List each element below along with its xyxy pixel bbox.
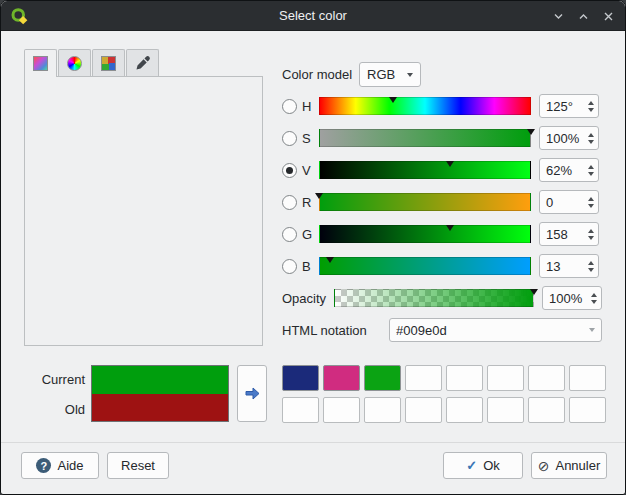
saturation-slider[interactable] bbox=[319, 129, 531, 147]
color-model-dropdown[interactable]: RGB bbox=[359, 62, 421, 87]
swatch-cell[interactable] bbox=[282, 365, 319, 391]
spin-up-icon[interactable] bbox=[591, 293, 597, 297]
swatch-cell[interactable] bbox=[323, 365, 360, 391]
swatch-cell[interactable] bbox=[487, 365, 524, 391]
red-spinbox[interactable]: 0 bbox=[539, 190, 599, 214]
red-handle[interactable] bbox=[315, 193, 323, 199]
html-notation-field[interactable] bbox=[389, 318, 602, 342]
spin-up-icon[interactable] bbox=[588, 101, 594, 105]
spin-down-icon[interactable] bbox=[588, 204, 594, 208]
hue-handle[interactable] bbox=[389, 97, 397, 103]
html-notation-input[interactable] bbox=[396, 323, 589, 338]
footer-separator bbox=[1, 442, 625, 443]
swatch-cell[interactable] bbox=[364, 397, 401, 423]
spin-down-icon[interactable] bbox=[588, 236, 594, 240]
saturation-spinbox[interactable]: 100% bbox=[539, 126, 599, 150]
cancel-button[interactable]: ⊘ Annuler bbox=[531, 452, 607, 479]
opacity-label: Opacity bbox=[282, 291, 326, 306]
value-track bbox=[319, 161, 531, 179]
ok-button[interactable]: ✓ Ok bbox=[443, 452, 523, 479]
hue-radio[interactable] bbox=[282, 99, 297, 114]
spin-down-icon[interactable] bbox=[588, 108, 594, 112]
swatch-cell[interactable] bbox=[405, 397, 442, 423]
select-color-dialog: Select color bbox=[0, 0, 626, 495]
tab-color-sampler[interactable] bbox=[126, 49, 159, 76]
green-radio[interactable] bbox=[282, 227, 297, 242]
spin-down-icon[interactable] bbox=[588, 172, 594, 176]
blue-radio[interactable] bbox=[282, 259, 297, 274]
red-label: R bbox=[302, 195, 314, 210]
picker-tabs bbox=[24, 49, 160, 77]
chevron-down-icon bbox=[407, 73, 413, 77]
red-radio[interactable] bbox=[282, 195, 297, 210]
hue-slider[interactable] bbox=[319, 97, 531, 115]
swatch-cell[interactable] bbox=[364, 365, 401, 391]
maximize-icon[interactable] bbox=[576, 9, 590, 23]
cancel-button-label: Annuler bbox=[555, 458, 600, 473]
tab-color-wheel[interactable] bbox=[58, 49, 91, 76]
value-spinbox[interactable]: 62% bbox=[539, 158, 599, 182]
blue-slider[interactable] bbox=[319, 257, 531, 275]
color-controls: Color model RGB H 125° S bbox=[282, 62, 602, 350]
old-label: Old bbox=[1, 402, 85, 417]
swatch-cell[interactable] bbox=[405, 365, 442, 391]
swatch-cell[interactable] bbox=[569, 365, 606, 391]
value-slider[interactable] bbox=[319, 161, 531, 179]
ok-button-label: Ok bbox=[483, 458, 500, 473]
help-button-label: Aide bbox=[57, 458, 83, 473]
spin-up-icon[interactable] bbox=[588, 229, 594, 233]
blue-label: B bbox=[302, 259, 314, 274]
swatch-cell[interactable] bbox=[528, 365, 565, 391]
blue-spinbox[interactable]: 13 bbox=[539, 254, 599, 278]
html-menu-icon[interactable] bbox=[589, 328, 595, 332]
add-to-swatches-button[interactable] bbox=[237, 365, 267, 422]
reset-button[interactable]: Reset bbox=[107, 452, 169, 479]
value-radio[interactable] bbox=[282, 163, 297, 178]
spin-down-icon[interactable] bbox=[588, 140, 594, 144]
color-wheel-icon bbox=[67, 56, 82, 71]
saturation-radio[interactable] bbox=[282, 131, 297, 146]
swatch-cell[interactable] bbox=[323, 397, 360, 423]
channel-row-v: V 62% bbox=[282, 158, 602, 182]
spin-up-icon[interactable] bbox=[588, 165, 594, 169]
swatch-cell[interactable] bbox=[282, 397, 319, 423]
tab-color-box[interactable] bbox=[24, 49, 57, 77]
opacity-handle[interactable] bbox=[530, 289, 538, 295]
spin-down-icon[interactable] bbox=[591, 300, 597, 304]
spin-down-icon[interactable] bbox=[588, 268, 594, 272]
value-label: V bbox=[302, 163, 314, 178]
swatch-cell[interactable] bbox=[569, 397, 606, 423]
cancel-icon: ⊘ bbox=[538, 458, 550, 474]
red-track bbox=[319, 193, 531, 211]
swatch-cell[interactable] bbox=[487, 397, 524, 423]
html-notation-row: HTML notation bbox=[282, 318, 602, 342]
green-handle[interactable] bbox=[446, 225, 454, 231]
opacity-spinbox[interactable]: 100% bbox=[542, 286, 602, 310]
hue-spinbox[interactable]: 125° bbox=[539, 94, 599, 118]
color-box-pane bbox=[24, 76, 263, 346]
roll-down-icon[interactable] bbox=[551, 9, 565, 23]
blue-handle[interactable] bbox=[326, 257, 334, 263]
swatch-cell[interactable] bbox=[528, 397, 565, 423]
color-model-label: Color model bbox=[282, 67, 359, 82]
opacity-slider[interactable] bbox=[334, 289, 534, 307]
green-value: 158 bbox=[540, 227, 584, 242]
spin-up-icon[interactable] bbox=[588, 197, 594, 201]
spin-up-icon[interactable] bbox=[588, 261, 594, 265]
value-handle[interactable] bbox=[446, 161, 454, 167]
swatch-cell[interactable] bbox=[446, 365, 483, 391]
close-icon[interactable] bbox=[601, 9, 615, 23]
green-spinbox[interactable]: 158 bbox=[539, 222, 599, 246]
spin-arrows bbox=[584, 223, 598, 245]
spin-arrows bbox=[584, 159, 598, 181]
opacity-value: 100% bbox=[543, 291, 587, 306]
opacity-row: Opacity 100% bbox=[282, 286, 602, 310]
red-slider[interactable] bbox=[319, 193, 531, 211]
help-button[interactable]: ? Aide bbox=[21, 452, 99, 479]
spin-up-icon[interactable] bbox=[588, 133, 594, 137]
saturation-handle[interactable] bbox=[527, 129, 535, 135]
green-slider[interactable] bbox=[319, 225, 531, 243]
color-preview bbox=[91, 365, 229, 422]
tab-color-swatches[interactable] bbox=[92, 49, 125, 76]
swatch-cell[interactable] bbox=[446, 397, 483, 423]
